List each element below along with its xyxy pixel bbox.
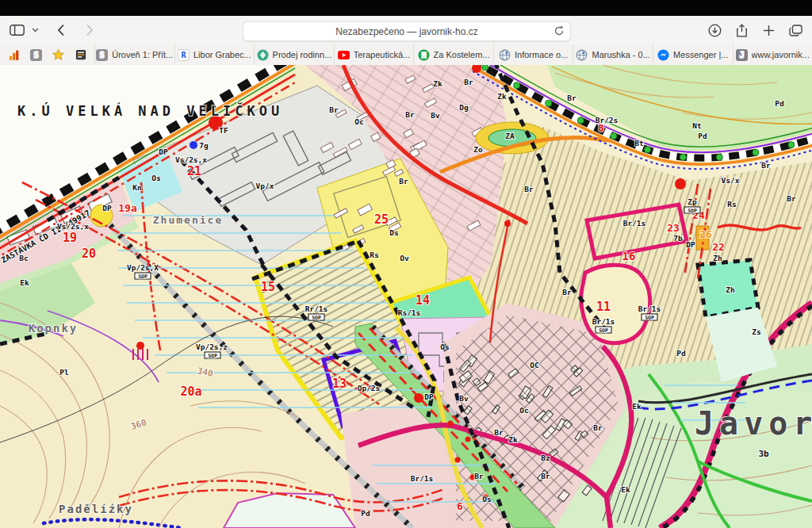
map-label: Bv bbox=[431, 111, 440, 120]
bookmark-item[interactable]: Messenger |... bbox=[653, 44, 733, 65]
map-label: Vs/x bbox=[722, 176, 740, 185]
globe-icon bbox=[499, 49, 511, 61]
corridor-dot bbox=[546, 100, 552, 106]
map-label: 20a bbox=[180, 385, 201, 399]
s-badge-icon[interactable]: S bbox=[30, 49, 42, 61]
map-label: 14 bbox=[416, 293, 430, 308]
bookmark-item[interactable]: SÚroveň 1: Přít... bbox=[94, 44, 174, 65]
map-label: Ov bbox=[400, 254, 409, 262]
svg-text:S: S bbox=[100, 50, 105, 59]
corridor-dot bbox=[577, 117, 584, 124]
map-label: Zs bbox=[752, 327, 760, 336]
corridor-dot bbox=[611, 133, 617, 140]
map-label: Bc bbox=[19, 254, 28, 262]
corridor-dot bbox=[788, 142, 795, 148]
map-label: Ek bbox=[621, 485, 630, 494]
sop-badge-text: SOP bbox=[599, 327, 608, 334]
map-label: Dg bbox=[459, 103, 469, 112]
downloads-icon[interactable] bbox=[704, 20, 725, 40]
corridor-dot bbox=[753, 149, 759, 155]
corridor-dot bbox=[482, 65, 488, 71]
bookmark-label: Prodej rodinn... bbox=[273, 50, 332, 59]
map-label: OC bbox=[530, 361, 539, 369]
bookmark-label: Úroveň 1: Přít... bbox=[112, 50, 173, 59]
corridor-dot bbox=[645, 147, 651, 153]
map-label: 6 bbox=[457, 500, 463, 512]
map-label: 26 bbox=[699, 228, 712, 240]
youtube-icon bbox=[338, 49, 350, 61]
bookmark-item[interactable]: RLibor Grabec... bbox=[174, 44, 255, 65]
sop-badge-text: SOP bbox=[645, 315, 654, 321]
s-badge-icon: S bbox=[96, 49, 108, 61]
map-label: Br bbox=[399, 177, 408, 186]
map-label: Br bbox=[329, 105, 339, 114]
new-tab-icon[interactable] bbox=[758, 20, 779, 40]
map-label: Zhumenice bbox=[153, 214, 223, 226]
map-label: DP bbox=[686, 240, 695, 249]
map-label: Zh bbox=[713, 254, 722, 262]
map-label: Bt bbox=[634, 139, 643, 147]
share-icon[interactable] bbox=[731, 20, 752, 40]
map-label: Br/1s bbox=[592, 317, 615, 326]
star-icon[interactable] bbox=[52, 49, 64, 61]
map-label: DP bbox=[424, 392, 434, 401]
map-label: Br/1s bbox=[623, 219, 646, 228]
address-bar[interactable]: Nezabezpečeno — javornik-ho.cz bbox=[243, 21, 571, 41]
corridor-dot bbox=[514, 82, 520, 89]
map-label: Zk bbox=[433, 79, 442, 88]
map-label: Zk bbox=[497, 92, 507, 101]
bookmark-item[interactable]: Informace o... bbox=[493, 44, 573, 65]
reload-icon[interactable] bbox=[553, 25, 565, 40]
sop-badge-text: SOP bbox=[688, 208, 697, 214]
map-label: DP bbox=[102, 204, 112, 212]
map-label: 3b bbox=[758, 449, 769, 459]
map-label: Br bbox=[524, 185, 534, 193]
map-label: Br bbox=[593, 423, 603, 432]
bookmark-item[interactable]: MZa Kostelem... bbox=[413, 44, 493, 65]
bookmark-label: www.javornik... bbox=[752, 50, 810, 59]
map-label: ZA bbox=[505, 132, 515, 140]
bookmark-item[interactable]: Prodej rodinn... bbox=[254, 44, 334, 65]
bookmark-item[interactable]: Marushka - 0... bbox=[573, 44, 653, 65]
back-icon[interactable] bbox=[51, 20, 71, 40]
map-label: Br bbox=[567, 94, 576, 102]
tab-overview-icon[interactable] bbox=[785, 20, 806, 40]
map-label: Os bbox=[482, 495, 491, 503]
map-label: 22 bbox=[712, 241, 725, 253]
messenger-icon bbox=[657, 49, 669, 61]
sop-badge-text: SOP bbox=[312, 315, 321, 321]
m-circle-icon: M bbox=[418, 49, 430, 61]
map-label: Pd bbox=[775, 99, 784, 108]
map-label: Pd bbox=[361, 509, 370, 518]
map-label: Os bbox=[151, 174, 160, 182]
map-label: Bv bbox=[459, 394, 469, 403]
map-label: 8 bbox=[598, 122, 604, 134]
map-label: Rs bbox=[727, 200, 736, 209]
forward-icon[interactable] bbox=[79, 20, 100, 40]
bookmark-label: Za Kostelem... bbox=[434, 50, 490, 59]
macos-menubar-strip bbox=[0, 0, 812, 16]
map-label: Br/1s bbox=[411, 474, 434, 483]
map-label: Vs/2s,x bbox=[57, 222, 89, 231]
chevron-down-icon[interactable] bbox=[29, 20, 41, 40]
map-label: Oc bbox=[354, 117, 363, 126]
map-label: Nt bbox=[692, 121, 701, 130]
map-label: Zk bbox=[508, 435, 518, 444]
map-label: Pl bbox=[59, 368, 69, 377]
bookmark-item[interactable]: Jwww.javornik... bbox=[733, 44, 812, 65]
map-label: 19 bbox=[63, 231, 77, 245]
map-label: 13 bbox=[332, 377, 347, 391]
analytics-bars-icon[interactable] bbox=[8, 49, 20, 61]
bookmark-item[interactable]: Terapeutická... bbox=[334, 44, 414, 65]
map-label: Ek bbox=[632, 402, 642, 411]
map-label: Br bbox=[464, 78, 473, 86]
map-label: Ek bbox=[20, 278, 29, 287]
map-viewport[interactable]: K.Ú VELKÁ NAD VELIČKOUZASTÁVKA ČD III/49… bbox=[0, 65, 812, 528]
map-label: 15 bbox=[261, 280, 275, 294]
map-label: K.Ú VELKÁ NAD VELIČKOU bbox=[17, 102, 283, 119]
doc-lines-icon[interactable] bbox=[75, 49, 86, 61]
browser-toolbar: Nezabezpečeno — javornik-ho.cz bbox=[0, 16, 812, 45]
sidebar-icon[interactable] bbox=[6, 20, 27, 40]
svg-text:M: M bbox=[421, 51, 426, 59]
svg-text:S: S bbox=[33, 50, 38, 59]
